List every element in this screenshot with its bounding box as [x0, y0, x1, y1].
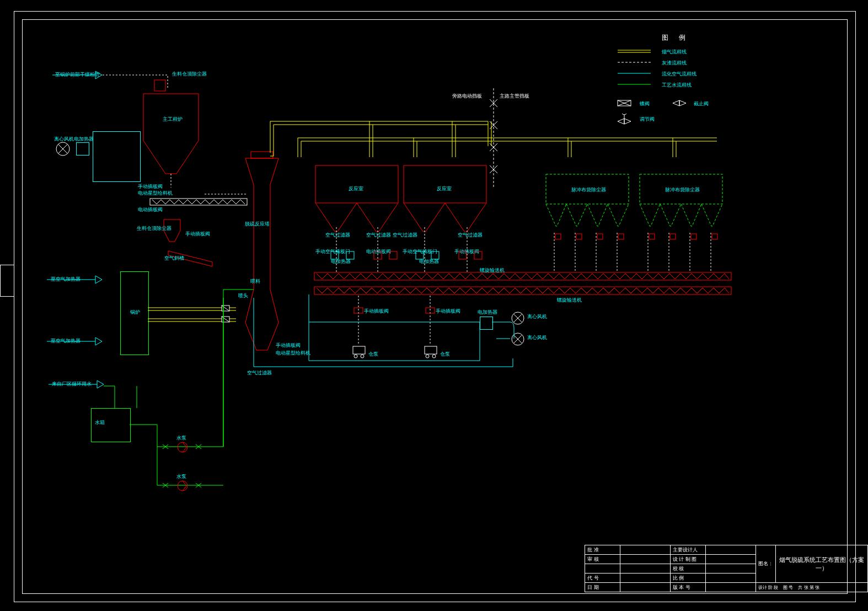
air-slide-label: 空气斜槽	[164, 255, 184, 262]
air-out-label: 至空气加热器	[51, 337, 81, 345]
svg-rect-13	[251, 152, 273, 158]
legend-sym-2: 截止阀	[694, 100, 709, 108]
legend-sym-3: 调节阀	[640, 116, 655, 123]
air-in-label: 至空气加热器	[51, 276, 81, 283]
legend-line-2	[618, 62, 651, 63]
fan2b-label: 离心风机	[527, 334, 547, 341]
bypass-lbl: 旁路电动挡板	[452, 93, 482, 100]
absorber-mid-label: 脱硫反应塔	[245, 221, 270, 228]
control-valve-icon	[618, 114, 631, 125]
water-riser	[221, 287, 259, 452]
heater-box	[76, 142, 89, 156]
tank-inlet	[104, 384, 159, 411]
boiler-label: 锅炉	[130, 309, 140, 316]
left-tab	[0, 265, 14, 297]
legend-label-1: 烟气流程线	[662, 49, 687, 56]
hopper-lbl1: 生料仓顶除尘器	[137, 225, 172, 232]
bypass-stack	[485, 88, 502, 187]
legend-line-4	[618, 84, 651, 85]
svg-point-73	[178, 442, 187, 452]
fan-icon-1	[55, 141, 71, 157]
legend-label-2: 灰渣流程线	[662, 60, 687, 67]
screw2-label: 螺旋输送机	[557, 297, 582, 304]
nozzle-label: 喷头	[238, 292, 248, 299]
car-gate1: 手动插板阀	[364, 308, 389, 315]
plant-water-label: 来自厂区循环用水	[52, 380, 92, 388]
legend-title: 图 例	[662, 33, 690, 42]
lbl-boiler-front: 至锅炉前部干煤粉管	[55, 71, 100, 78]
feed-dash	[103, 73, 246, 161]
bf1-label: 脉冲布袋除尘器	[571, 186, 606, 194]
ash-drops	[317, 227, 725, 288]
gate-2: 电动星型给料机	[138, 190, 173, 197]
legend-sym-1: 蝶阀	[640, 100, 650, 108]
feeder-label: 喂料	[250, 278, 260, 285]
rc2-label: 反应室	[437, 185, 452, 192]
cyan-return	[254, 358, 513, 375]
hopper-lbl2: 手动插板阀	[185, 231, 210, 238]
car-gate2: 手动插板阀	[436, 308, 460, 315]
legend-line-3	[618, 73, 651, 74]
screw-conveyor-2	[314, 287, 733, 296]
legend-label-3: 流化空气流程线	[662, 71, 696, 78]
title-block: 批 准主要设计人图名：烟气脱硫系统工艺布置图（方案一） 审 核设 计 制 图 校…	[585, 545, 868, 592]
fan1-label: 离心风机	[54, 136, 74, 143]
tower-gate: 手动插板阀	[276, 342, 301, 349]
butterfly-valve-icon	[618, 99, 631, 107]
bf2-label: 脉冲布袋除尘器	[665, 186, 700, 194]
heater2-label: 电加热器	[478, 309, 497, 316]
pump-icon-2	[176, 480, 189, 492]
gate-3: 电动插板阀	[138, 206, 163, 213]
small-hopper	[161, 219, 183, 247]
pump2-label: 水泵	[176, 473, 186, 480]
flue-second	[298, 135, 722, 168]
pump1-label: 水泵	[176, 435, 186, 442]
rc1-label: 反应室	[349, 185, 363, 192]
stop-valve-icon	[673, 99, 686, 107]
tower-rotary: 电动星型给料机	[276, 350, 310, 357]
top-screw	[150, 197, 249, 206]
fan2a-label: 离心风机	[527, 313, 547, 320]
svg-rect-23	[404, 165, 486, 203]
heater-label: 电加热器	[74, 136, 94, 143]
svg-rect-22	[315, 165, 398, 203]
main-lbl: 主路主管挡板	[500, 93, 529, 100]
water-tank-label: 水箱	[95, 419, 105, 426]
pump-icon-1	[176, 441, 189, 453]
legend-label-4: 工艺水流程线	[662, 82, 692, 89]
legend-line-1	[618, 50, 651, 53]
svg-point-74	[178, 481, 187, 491]
